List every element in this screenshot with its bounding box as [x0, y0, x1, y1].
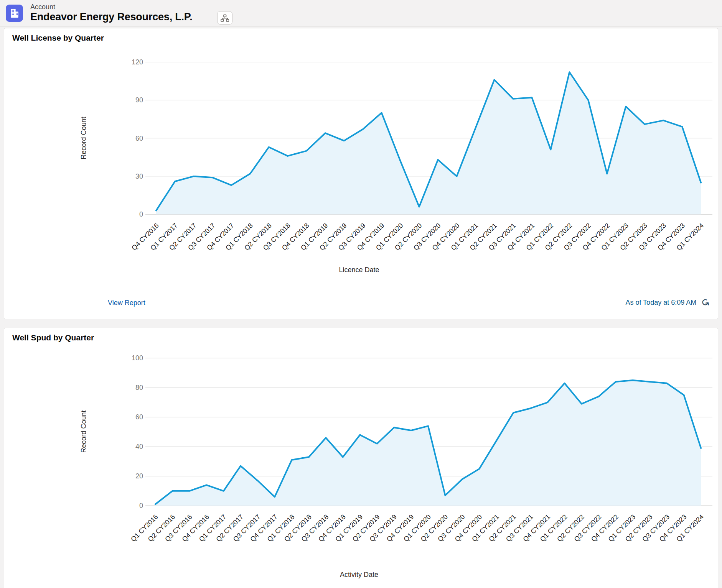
y-tick-label: 120: [132, 58, 143, 66]
view-hierarchy-button[interactable]: [217, 11, 232, 25]
y-axis-title: Record Count: [80, 410, 87, 453]
series-area: [156, 72, 701, 214]
y-tick-label: 40: [135, 443, 143, 450]
x-axis-title: Licence Date: [339, 266, 379, 274]
well-spud-chart[interactable]: 020406080100Q1 CY2016Q2 CY2016Q3 CY2016Q…: [4, 328, 719, 588]
chart-title-well-spud: Well Spud by Quarter: [12, 333, 94, 342]
x-axis-title: Activity Date: [340, 571, 378, 578]
y-axis-title: Record Count: [80, 117, 87, 159]
hierarchy-icon: [221, 14, 229, 22]
y-tick-label: 90: [135, 96, 143, 104]
well-license-dashboard-card: 0306090120Q4 CY2016Q1 CY2017Q2 CY2017Q3 …: [4, 28, 718, 319]
y-tick-label: 60: [135, 135, 143, 142]
building-glyph: [9, 8, 20, 19]
y-tick-label: 80: [135, 384, 143, 391]
y-tick-label: 100: [132, 354, 143, 362]
page-header: Account Endeavor Energy Resources, L.P.: [0, 0, 722, 26]
refresh-icon[interactable]: ↻: [699, 297, 710, 307]
y-tick-label: 0: [139, 502, 143, 509]
view-report-link[interactable]: View Report: [108, 299, 145, 307]
y-tick-label: 60: [135, 413, 143, 421]
chart-title-well-license: Well License by Quarter: [12, 33, 104, 43]
well-spud-dashboard-card: 020406080100Q1 CY2016Q2 CY2016Q3 CY2016Q…: [4, 328, 718, 588]
page-title: Endeavor Energy Resources, L.P.: [30, 11, 192, 23]
account-building-icon: [6, 5, 23, 22]
y-tick-label: 20: [135, 472, 143, 480]
as-of-timestamp: As of Today at 6:09 AM: [625, 299, 696, 307]
object-label: Account: [30, 3, 55, 11]
y-tick-label: 30: [135, 172, 143, 180]
y-tick-label: 0: [139, 210, 143, 218]
card-footer: View Report As of Today at 6:09 AM ↻: [4, 296, 718, 311]
series-area: [155, 380, 701, 506]
well-license-chart[interactable]: 0306090120Q4 CY2016Q1 CY2017Q2 CY2017Q3 …: [4, 28, 719, 314]
